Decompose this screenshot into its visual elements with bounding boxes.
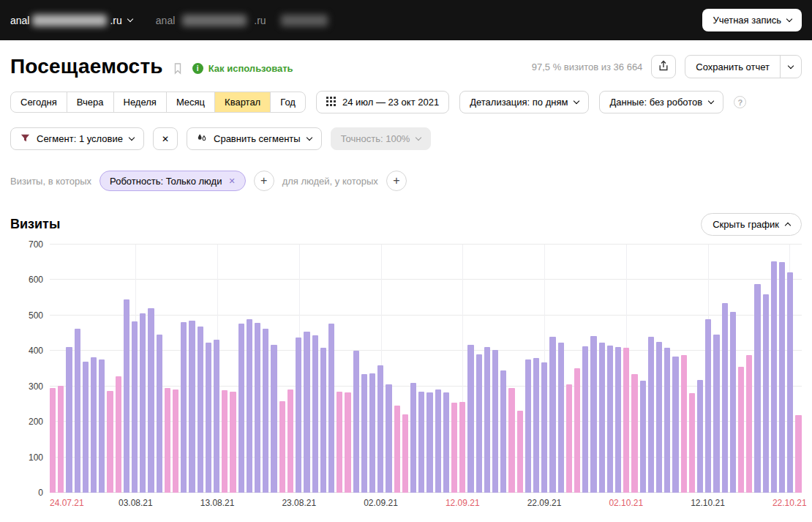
chart-bar[interactable]: [50, 388, 56, 493]
chart-bar[interactable]: [198, 327, 203, 493]
chart-bar[interactable]: [107, 391, 113, 493]
hide-chart-button[interactable]: Скрыть график: [701, 213, 802, 236]
chart-bar[interactable]: [255, 323, 260, 493]
chart-bar[interactable]: [263, 329, 268, 493]
period-tab-0[interactable]: Сегодня: [10, 92, 67, 113]
chart-bar[interactable]: [672, 357, 678, 493]
chart-bar[interactable]: [386, 384, 391, 493]
data-mode-button[interactable]: Данные: без роботов: [599, 91, 723, 113]
chart-bar[interactable]: [795, 415, 801, 493]
chart-bar[interactable]: [312, 335, 318, 493]
chart-bar[interactable]: [402, 414, 408, 493]
chart-bar[interactable]: [377, 365, 383, 493]
chart-bar[interactable]: [189, 321, 195, 493]
chart-bar[interactable]: [157, 335, 162, 493]
chart-bar[interactable]: [271, 345, 277, 493]
chart-bar[interactable]: [214, 340, 219, 493]
chart-bar[interactable]: [304, 332, 309, 493]
period-tab-1[interactable]: Вчера: [67, 92, 114, 113]
chart-bar[interactable]: [328, 324, 334, 493]
chart-bar[interactable]: [181, 322, 187, 493]
segment-button[interactable]: Сегмент: 1 условие: [10, 127, 144, 150]
chart-bar[interactable]: [247, 319, 252, 493]
compare-segments-button[interactable]: Сравнить сегменты: [187, 127, 322, 150]
site-switcher[interactable]: anal .ru: [10, 15, 132, 26]
chart-bar[interactable]: [222, 390, 228, 493]
detail-button[interactable]: Детализация: по дням: [459, 91, 589, 113]
date-range-button[interactable]: 24 июл — 23 окт 2021: [316, 91, 449, 113]
chart-bar[interactable]: [91, 357, 97, 493]
period-tab-4[interactable]: Квартал: [214, 92, 271, 113]
chart-bar[interactable]: [451, 403, 457, 493]
chart-bar[interactable]: [787, 272, 793, 493]
chart-bar[interactable]: [58, 386, 64, 493]
chart-bar[interactable]: [230, 392, 236, 493]
chart-bar[interactable]: [566, 384, 572, 493]
chart-bar[interactable]: [443, 392, 449, 493]
chart-bar[interactable]: [426, 392, 432, 493]
chart-bar[interactable]: [779, 262, 785, 493]
period-tab-3[interactable]: Месяц: [166, 92, 215, 113]
save-report-button[interactable]: Сохранить отчет: [685, 55, 802, 78]
chart-bar[interactable]: [754, 284, 760, 493]
chart-bar[interactable]: [730, 312, 736, 493]
chart-bar[interactable]: [467, 345, 473, 493]
chart-bar[interactable]: [541, 362, 547, 493]
chart-bar[interactable]: [648, 337, 654, 493]
bookmark-icon[interactable]: [172, 62, 184, 75]
chart-bar[interactable]: [345, 392, 350, 493]
chart-bar[interactable]: [75, 329, 80, 493]
chart-bar[interactable]: [83, 362, 89, 493]
chart-bar[interactable]: [615, 347, 621, 493]
chart-bar[interactable]: [623, 348, 629, 493]
chart-bar[interactable]: [722, 303, 728, 493]
chart-bar[interactable]: [287, 389, 293, 493]
chart-bar[interactable]: [631, 374, 637, 493]
chart-bar[interactable]: [599, 343, 605, 493]
chart-bar[interactable]: [582, 346, 588, 493]
chart-bar[interactable]: [508, 388, 514, 493]
accuracy-button[interactable]: Точность: 100%: [331, 127, 432, 150]
chart-bar[interactable]: [525, 359, 531, 493]
robot-filter-chip[interactable]: Роботность: Только люди ✕: [99, 171, 246, 191]
chart-bar[interactable]: [476, 354, 482, 493]
account-button[interactable]: Учетная запись: [702, 9, 802, 31]
how-to-use-link[interactable]: i Как использовать: [192, 63, 293, 74]
period-tab-5[interactable]: Год: [270, 92, 306, 113]
chart-bar[interactable]: [296, 338, 301, 493]
segment-clear-button[interactable]: ✕: [153, 127, 178, 150]
add-visit-condition-button[interactable]: +: [254, 171, 274, 191]
chart-bar[interactable]: [435, 389, 441, 493]
chart-bar[interactable]: [713, 335, 719, 493]
chart-bar[interactable]: [492, 350, 498, 493]
chart-bar[interactable]: [689, 393, 695, 493]
chip-close-icon[interactable]: ✕: [228, 176, 235, 186]
chart-bar[interactable]: [99, 359, 105, 493]
chart-bar[interactable]: [656, 342, 662, 493]
chart-bar[interactable]: [353, 351, 359, 493]
chart-bar[interactable]: [206, 343, 211, 493]
chart-bar[interactable]: [418, 392, 424, 493]
chart-bar[interactable]: [500, 370, 506, 493]
export-button[interactable]: [651, 55, 676, 78]
chart-bar[interactable]: [165, 388, 170, 493]
chart-bar[interactable]: [66, 347, 72, 493]
chart-bar[interactable]: [369, 373, 375, 493]
chart-bar[interactable]: [558, 343, 564, 493]
chart-bar[interactable]: [116, 376, 121, 493]
chart-bar[interactable]: [320, 348, 326, 493]
chart-bar[interactable]: [697, 380, 703, 493]
chart-bar[interactable]: [590, 336, 596, 493]
chart-bar[interactable]: [279, 401, 285, 493]
chart-bar[interactable]: [681, 355, 687, 493]
save-report-label[interactable]: Сохранить отчет: [685, 56, 780, 78]
save-report-dropdown[interactable]: [780, 56, 801, 78]
chart-bar[interactable]: [738, 367, 744, 493]
chart-bar[interactable]: [148, 308, 154, 493]
chart-bar[interactable]: [484, 347, 490, 493]
help-icon[interactable]: ?: [734, 96, 746, 108]
chart-bar[interactable]: [574, 368, 580, 493]
chart-bar[interactable]: [771, 261, 777, 493]
chart-bar[interactable]: [132, 321, 138, 493]
chart-bar[interactable]: [238, 324, 244, 493]
